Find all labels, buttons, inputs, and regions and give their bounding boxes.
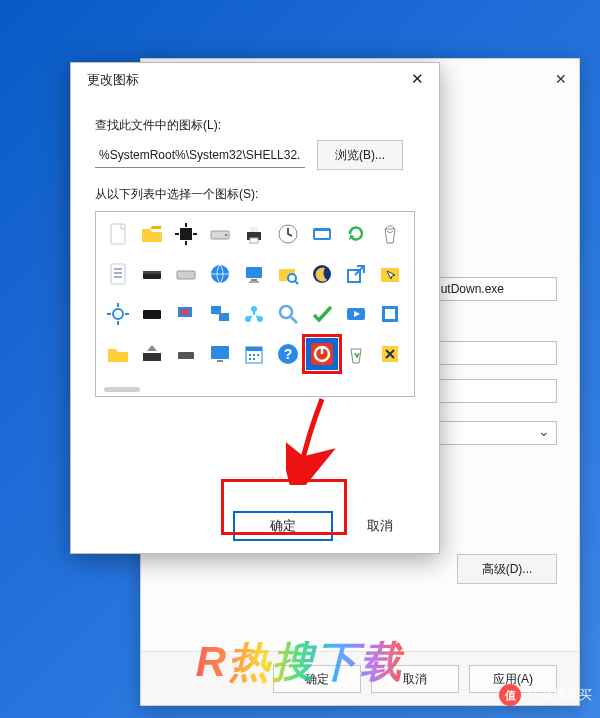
blank-page-icon[interactable] bbox=[102, 218, 134, 250]
search-folder-icon[interactable] bbox=[272, 258, 304, 290]
svg-rect-54 bbox=[217, 360, 223, 362]
svg-rect-13 bbox=[315, 231, 329, 238]
refresh-icon[interactable] bbox=[340, 218, 372, 250]
parent-ok-button[interactable]: 确定 bbox=[273, 665, 361, 693]
icon-list-scrollbar[interactable] bbox=[104, 387, 140, 392]
icon-list-label: 从以下列表中选择一个图标(S): bbox=[95, 186, 415, 203]
svg-rect-10 bbox=[250, 238, 258, 243]
svg-rect-1 bbox=[180, 228, 192, 240]
help-icon[interactable]: ? bbox=[272, 338, 304, 370]
run-icon[interactable] bbox=[340, 298, 372, 330]
svg-rect-51 bbox=[143, 353, 161, 361]
parent-select-field[interactable] bbox=[427, 421, 557, 445]
icon-path-input[interactable] bbox=[95, 142, 305, 168]
folder-icon[interactable] bbox=[102, 338, 134, 370]
svg-point-31 bbox=[113, 309, 123, 319]
svg-rect-23 bbox=[251, 279, 257, 281]
svg-rect-24 bbox=[249, 281, 259, 283]
svg-rect-53 bbox=[211, 346, 229, 359]
parent-cancel-button[interactable]: 取消 bbox=[371, 665, 459, 693]
program-icon[interactable] bbox=[374, 298, 406, 330]
parent-field-3[interactable] bbox=[427, 379, 557, 403]
cancel-button[interactable]: 取消 bbox=[345, 511, 415, 541]
smzdm-badge-icon: 值 bbox=[499, 684, 521, 706]
eject-drive-icon[interactable] bbox=[136, 338, 168, 370]
svg-rect-59 bbox=[257, 354, 259, 356]
cursor-folder-icon[interactable] bbox=[374, 258, 406, 290]
chip-icon[interactable] bbox=[170, 218, 202, 250]
window-icon[interactable] bbox=[306, 218, 338, 250]
change-icon-dialog: 更改图标 ✕ 查找此文件中的图标(L): 浏览(B)... 从以下列表中选择一个… bbox=[70, 62, 440, 554]
svg-rect-19 bbox=[143, 271, 161, 274]
drive-small-icon[interactable] bbox=[170, 338, 202, 370]
ok-button[interactable]: 确定 bbox=[233, 511, 333, 541]
monitor-icon[interactable] bbox=[204, 338, 236, 370]
settings-icon[interactable] bbox=[102, 298, 134, 330]
browse-button[interactable]: 浏览(B)... bbox=[317, 140, 403, 170]
parent-advanced-button[interactable]: 高级(D)... bbox=[457, 554, 557, 584]
svg-rect-0 bbox=[111, 224, 125, 244]
svg-point-46 bbox=[280, 306, 292, 318]
recycle-icon[interactable] bbox=[340, 338, 372, 370]
folder-open-icon[interactable] bbox=[136, 218, 168, 250]
magnifier-icon[interactable] bbox=[272, 298, 304, 330]
moon-icon[interactable] bbox=[306, 258, 338, 290]
clock-icon[interactable] bbox=[272, 218, 304, 250]
svg-rect-40 bbox=[211, 306, 221, 314]
computer-icon[interactable] bbox=[238, 258, 270, 290]
delete-pc-icon[interactable] bbox=[170, 298, 202, 330]
drive-black-icon[interactable] bbox=[136, 298, 168, 330]
network-icon[interactable] bbox=[238, 298, 270, 330]
svg-line-27 bbox=[295, 281, 298, 284]
svg-rect-14 bbox=[111, 264, 125, 284]
svg-point-43 bbox=[251, 306, 257, 312]
printer-icon[interactable] bbox=[238, 218, 270, 250]
document-lines-icon[interactable] bbox=[102, 258, 134, 290]
smzdm-text: 什么值得买 bbox=[527, 686, 592, 704]
svg-rect-58 bbox=[253, 354, 255, 356]
power-icon[interactable] bbox=[306, 338, 338, 370]
svg-rect-56 bbox=[246, 347, 262, 351]
globe-icon[interactable] bbox=[204, 258, 236, 290]
dialog-footer: 确定 取消 bbox=[71, 499, 439, 553]
smzdm-watermark: 值 什么值得买 bbox=[499, 684, 592, 706]
svg-rect-60 bbox=[249, 358, 251, 360]
svg-rect-36 bbox=[143, 310, 161, 319]
svg-text:?: ? bbox=[284, 346, 293, 362]
path-label: 查找此文件中的图标(L): bbox=[95, 117, 415, 134]
svg-rect-50 bbox=[385, 309, 395, 319]
drive-icon[interactable] bbox=[204, 218, 236, 250]
drive-gray-icon[interactable] bbox=[170, 258, 202, 290]
parent-field-2[interactable] bbox=[427, 341, 557, 365]
parent-close-button[interactable]: ✕ bbox=[551, 69, 571, 89]
svg-point-26 bbox=[288, 274, 296, 282]
recycle-full-icon[interactable] bbox=[374, 218, 406, 250]
tools-icon[interactable] bbox=[374, 338, 406, 370]
svg-rect-61 bbox=[253, 358, 255, 360]
calendar-icon[interactable] bbox=[238, 338, 270, 370]
svg-rect-9 bbox=[250, 227, 258, 232]
parent-target-field[interactable]: hutDown.exe bbox=[427, 277, 557, 301]
drive-a-icon[interactable] bbox=[136, 258, 168, 290]
svg-point-7 bbox=[225, 234, 228, 237]
check-icon[interactable] bbox=[306, 298, 338, 330]
svg-rect-57 bbox=[249, 354, 251, 356]
svg-rect-20 bbox=[177, 271, 195, 279]
external-link-icon[interactable] bbox=[340, 258, 372, 290]
svg-rect-22 bbox=[246, 267, 262, 278]
svg-line-47 bbox=[291, 317, 297, 323]
svg-rect-52 bbox=[178, 352, 194, 359]
icon-list[interactable]: ? bbox=[95, 211, 415, 397]
dialog-title: 更改图标 bbox=[87, 71, 139, 89]
network-pc-icon[interactable] bbox=[204, 298, 236, 330]
dialog-close-button[interactable]: ✕ bbox=[403, 68, 431, 92]
dialog-titlebar: 更改图标 ✕ bbox=[71, 63, 439, 97]
